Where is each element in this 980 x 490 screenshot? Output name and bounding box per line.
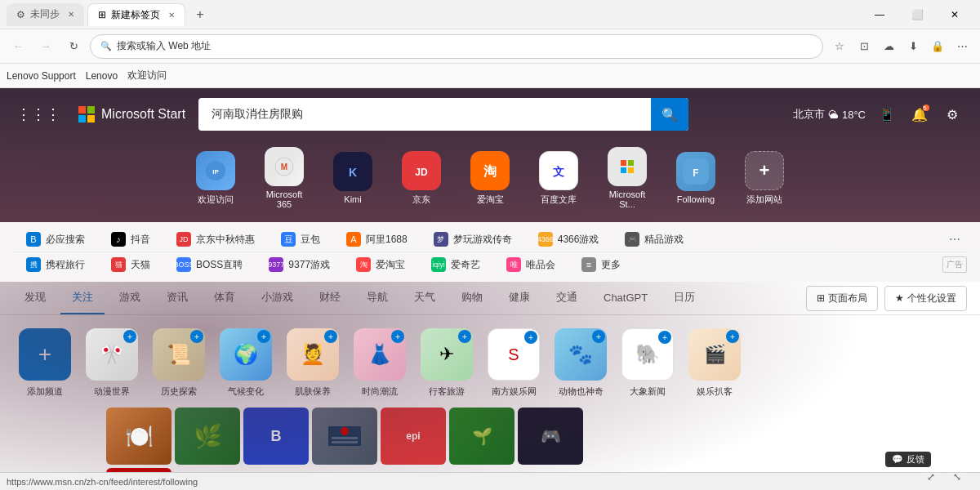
shrink-icon[interactable]: ⤡ — [947, 467, 967, 487]
suggestion-label-more: 更多 — [601, 258, 621, 272]
suggestion-douyin[interactable]: ♪ 抖音 — [98, 229, 163, 250]
suggestion-label-jd: 京东中秋特惠 — [196, 233, 255, 247]
more-button[interactable]: ⋯ — [942, 229, 967, 249]
address-bar: ← → ↻ 🔍 搜索或输入 Web 地址 ☆ ⊡ ☁ ⬇ 🔒 ⋯ — [0, 29, 980, 64]
gear-icon[interactable]: ⚙ — [941, 103, 964, 126]
downloads-icon[interactable]: ⬇ — [902, 35, 924, 58]
tab-newtab[interactable]: ⊞ 新建标签页 ✕ — [87, 3, 185, 26]
svg-text:JD: JD — [415, 167, 428, 178]
channel-add-btn-travel[interactable]: + — [458, 330, 471, 343]
suggestion-more[interactable]: ≡ 更多 — [568, 254, 634, 275]
suggestion-jd-qiu[interactable]: JD 京东中秋特惠 — [163, 229, 268, 250]
channel-icon-travel: ✈ + — [421, 328, 473, 381]
notification-icon[interactable]: 🔔 5 — [908, 103, 931, 126]
channel-add-btn-dongman[interactable]: + — [123, 330, 136, 343]
bookmark-lenovo-support[interactable]: Lenovo Support — [7, 70, 76, 82]
suggestion-icon-tmall: 猫 — [111, 257, 126, 272]
feedback-button[interactable]: 💬 反馈 — [885, 452, 931, 467]
expand-icon[interactable]: ⤢ — [921, 467, 941, 487]
suggestion-9377[interactable]: 9377 9377游戏 — [256, 254, 343, 275]
svg-rect-20 — [628, 167, 634, 173]
quicklink-label-baidu: 百度文库 — [541, 194, 577, 206]
mobile-icon[interactable]: 📱 — [875, 103, 898, 126]
suggestion-icon-meng: 梦 — [434, 232, 448, 247]
settings-icon[interactable]: ⋯ — [951, 35, 973, 58]
refresh-button[interactable]: ↻ — [62, 35, 85, 58]
channel-icon-dongman: 🎌 + — [86, 328, 138, 381]
suggestion-label-9377: 9377游戏 — [288, 258, 330, 272]
news-thumb-1[interactable]: 🍽️ — [106, 408, 172, 465]
url-bar[interactable]: 🔍 搜索或输入 Web 地址 — [90, 34, 823, 59]
channel-icon-history: 📜 + — [153, 328, 205, 381]
channel-add-btn-nanfang[interactable]: + — [524, 331, 537, 344]
suggestion-aitaobao[interactable]: 淘 爱淘宝 — [343, 254, 418, 275]
maximize-button[interactable]: ⬜ — [898, 0, 936, 29]
suggestion-icon-aili: 淘 — [356, 257, 371, 272]
svg-rect-2 — [78, 115, 86, 122]
quicklink-icon-jd: JD — [402, 151, 441, 190]
back-button[interactable]: ← — [7, 35, 29, 58]
quicklink-m365[interactable]: M Microsoft 365 — [260, 147, 309, 209]
favorites-icon[interactable]: ☆ — [828, 35, 851, 58]
quicklink-following[interactable]: F Following — [671, 152, 720, 204]
suggestion-vip[interactable]: 唯 唯品会 — [493, 254, 568, 275]
msn-search-button[interactable]: 🔍 — [651, 98, 688, 131]
svg-rect-0 — [78, 106, 86, 114]
suggestion-icon-xie: 携 — [26, 257, 41, 272]
msn-logo-icon — [77, 105, 96, 124]
suggestion-4366[interactable]: 4366 4366游戏 — [525, 229, 612, 250]
suggestion-doupao[interactable]: 豆 豆包 — [268, 229, 333, 250]
channel-add-btn-skin[interactable]: + — [324, 330, 337, 343]
channel-add-btn-history[interactable]: + — [190, 330, 203, 343]
suggestion-ali1688[interactable]: A 阿里1688 — [333, 229, 421, 250]
suggestion-xicheng[interactable]: 携 携程旅行 — [13, 254, 98, 275]
suggestion-mengwan[interactable]: 梦 梦玩游戏传奇 — [421, 229, 525, 250]
new-tab-button[interactable]: + — [189, 3, 212, 26]
channel-add-btn-daxiang[interactable]: + — [658, 331, 671, 344]
msn-search-input[interactable] — [198, 108, 651, 121]
channel-add-btn-yule[interactable]: + — [726, 330, 739, 343]
feedback-icon: 💬 — [892, 454, 903, 465]
suggestion-label-iqiyi: 爱奇艺 — [451, 258, 480, 272]
suggestion-tmall[interactable]: 猫 天猫 — [98, 254, 163, 275]
suggestion-biying[interactable]: B 必应搜索 — [13, 229, 98, 250]
quicklink-label-taobao: 爱淘宝 — [477, 194, 504, 206]
collections-icon[interactable]: ☁ — [877, 35, 900, 58]
quicklink-icon-kimi: K — [333, 152, 372, 191]
forward-button[interactable]: → — [34, 35, 57, 58]
read-mode-icon[interactable]: ⊡ — [853, 35, 875, 58]
suggestion-icon-doupao: 豆 — [281, 232, 296, 247]
channel-add-btn-animal[interactable]: + — [592, 330, 605, 343]
extensions-icon[interactable]: 🔒 — [926, 35, 949, 58]
msn-logo-text: Microsoft Start — [101, 107, 185, 122]
quicklink-taobao[interactable]: 淘 爱淘宝 — [466, 151, 514, 206]
bookmark-welcome[interactable]: 欢迎访问 — [127, 69, 167, 82]
tab-settings[interactable]: ⚙ 未同步 ✕ — [7, 3, 84, 26]
bookmark-lenovo[interactable]: Lenovo — [86, 70, 118, 82]
status-url: https://www.msn.cn/zh-cn/feed/interest/f… — [7, 477, 198, 487]
suggestion-icon-douyin: ♪ — [111, 232, 126, 247]
quicklink-kimi[interactable]: K Kimi — [328, 152, 377, 204]
quicklink-baidu[interactable]: 文 百度文库 — [534, 151, 583, 206]
close-button[interactable]: ✕ — [936, 0, 973, 29]
msn-logo: Microsoft Start — [77, 105, 185, 124]
ad-label: 广告 — [942, 256, 967, 273]
quicklink-label-m365: Microsoft 365 — [260, 189, 309, 209]
msn-menu-icon[interactable]: ⋮⋮⋮ — [16, 105, 60, 123]
msn-page: ⋮⋮⋮ Microsoft Start 🔍 北京市 — [0, 88, 980, 490]
quicklink-welcome[interactable]: IP 欢迎访问 — [191, 151, 240, 206]
suggestion-jingpin[interactable]: 🎮 精品游戏 — [612, 229, 697, 250]
minimize-button[interactable]: — — [861, 0, 898, 29]
settings-tab-close[interactable]: ✕ — [68, 10, 74, 19]
suggestion-boss[interactable]: BOSS BOSS直聘 — [163, 254, 256, 275]
address-bar-actions: ☆ ⊡ ☁ ⬇ 🔒 ⋯ — [828, 35, 973, 58]
newtab-tab-close[interactable]: ✕ — [168, 11, 175, 20]
msn-weather[interactable]: 北京市 🌥 18°C — [793, 107, 866, 122]
channel-add-btn-climate[interactable]: + — [257, 330, 270, 343]
msn-search-bar[interactable]: 🔍 — [198, 98, 688, 131]
quicklink-msstart[interactable]: Microsoft St... — [603, 147, 652, 209]
quicklink-add-site[interactable]: + 添加网站 — [740, 151, 789, 206]
suggestion-iqiyi[interactable]: iqiyi 爱奇艺 — [418, 254, 493, 275]
quicklink-jd[interactable]: JD 京东 — [397, 151, 446, 206]
channel-add-btn-fashion[interactable]: + — [391, 330, 404, 343]
